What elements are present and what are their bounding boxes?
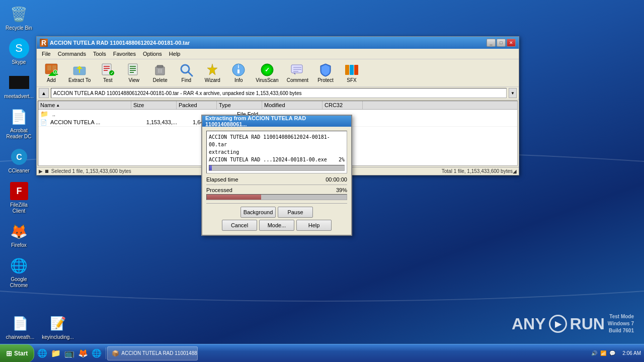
taskbar: ⊞ Start 🌐 📁 📺 🦊 🌐 📦 ACCION TUTELA RAD 11… [0,344,644,362]
background-button[interactable]: Background [240,207,276,218]
help-button[interactable]: Help [296,220,332,231]
taskbar-clock[interactable]: 2:06 AM [619,349,644,358]
desktop-icon-chrome[interactable]: 🌐 Google Chrome [3,254,35,290]
dialog-titlebar: Extracting from ACCION TUTELA RAD 110014… [202,116,351,127]
menu-help[interactable]: Help [166,50,184,58]
column-header-modified[interactable]: Modified [262,101,323,109]
file-list-header: Name ▲ Size Packed Type Modified CRC32 [38,101,517,110]
folder-up-icon: 📁 [40,110,48,118]
close-button[interactable]: ✕ [507,39,516,47]
menu-commands[interactable]: Commands [55,50,89,58]
toolbar-protect-button[interactable]: Protect [313,61,338,85]
desktop-icon-meetadvert[interactable]: meetadvert... [3,71,35,101]
acrobat-icon: 📄 [9,107,29,127]
toolbar-wizard-button[interactable]: Wizard [200,61,225,85]
virusscan-icon: ✓ [260,63,274,77]
filezilla-icon: F [9,181,29,201]
dialog-buttons-row2: Cancel Mode... Help [206,220,347,231]
desktop-icon-acrobat[interactable]: 📄 Acrobat Reader DC [3,105,35,141]
explorer-taskbar-icon[interactable]: 📁 [50,347,62,359]
mediaplayer-taskbar-icon[interactable]: 📺 [63,347,75,359]
svg-rect-46 [350,65,354,75]
svg-marker-33 [207,64,217,75]
anyrun-play-icon: ▶ [549,315,567,333]
firefox-taskbar-icon[interactable]: 🦊 [77,347,89,359]
column-header-name[interactable]: Name ▲ [38,101,131,109]
parent-folder-name: .. [50,111,143,118]
column-header-packed[interactable]: Packed [177,101,217,109]
toolbar-view-button[interactable]: View [121,61,146,85]
address-dropdown-button[interactable]: ▼ [509,88,517,98]
toolbar-extract-button[interactable]: Extract To [65,61,94,85]
toolbar-delete-button[interactable]: Delete [147,61,173,85]
cancel-button[interactable]: Cancel [222,220,257,231]
menu-favorites[interactable]: Favorites [110,50,139,58]
maximize-button[interactable]: □ [497,39,506,47]
menu-bar: File Commands Tools Favorites Options He… [37,49,519,59]
desktop-icon-filezilla[interactable]: F FileZilla Client [3,179,35,216]
column-header-type[interactable]: Type [217,101,262,109]
parent-folder-size [145,114,191,115]
toolbar-sfx-button[interactable]: SFX [339,61,364,85]
column-header-crc[interactable]: CRC32 [323,101,363,109]
svg-point-32 [183,66,188,71]
desktop-icon-label-meetadvert: meetadvert... [4,94,33,100]
toolbar-test-button[interactable]: ✓ Test [95,61,120,85]
toolbar-add-button[interactable]: + Add [39,61,64,85]
desktop-icon-label-keyincluding: keyincluding... [42,334,73,340]
anyrun-caption1: Test Mode [608,313,634,320]
menu-tools[interactable]: Tools [90,50,109,58]
toolbar-comment-label: Comment [287,77,308,83]
column-header-size[interactable]: Size [131,101,177,109]
test-icon: ✓ [101,63,115,77]
start-button[interactable]: ⊞ Start [0,344,34,363]
toolbar-find-button[interactable]: Find [174,61,199,85]
address-back-button[interactable]: ▲ [39,88,49,98]
toolbar-virusscan-button[interactable]: ✓ VirusScan [252,61,282,85]
address-input[interactable]: ACCION TUTELA RAD 110014880612024-00181-… [51,88,507,98]
desktop-icon-recycle-bin[interactable]: 🗑️ Recycle Bin [3,3,35,33]
desktop-icon-firefox[interactable]: 🦊 Firefox [3,220,35,250]
toolbar-info-button[interactable]: i Info [226,61,251,85]
dialog-processed-section: Processed 39% [206,187,347,200]
toolbar-delete-label: Delete [153,77,168,83]
dialog-total-progress-fill [207,195,261,200]
meetadvert-icon [9,72,29,93]
tray-notify-icon[interactable]: 💬 [609,350,615,356]
svg-text:✓: ✓ [110,71,114,75]
desktop-icon-label-firefox: Firefox [11,242,27,248]
extract-icon [72,63,87,77]
taskbar-items: 🌐 📁 📺 🦊 🌐 📦 ACCION TUTELA RAD 110014880.… [34,344,587,362]
dialog-current-file-row: ACCION TUTELA RAD ...12024-00181-00.exe … [209,156,345,163]
desktop-icon-skype[interactable]: S Skype [3,37,35,67]
desktop-icon-chairweath[interactable]: 📄 chairweath... [3,312,38,342]
tray-network-icon[interactable]: 📶 [600,350,606,356]
desktop-icon-keyincluding[interactable]: 📝 keyincluding... [40,312,75,342]
extract-dialog: Extracting from ACCION TUTELA RAD 110014… [201,115,352,236]
window-titlebar: R ACCION TUTELA RAD 110014880612024-0018… [37,37,519,49]
mode-button[interactable]: Mode... [259,220,294,231]
anyrun-caption2: Windows 7 [608,320,634,327]
svg-text:C: C [16,153,22,161]
dialog-buttons-row1: Background Pause [206,207,347,218]
menu-file[interactable]: File [39,50,54,58]
desktop-icon-area: 🗑️ Recycle Bin S Skype meetadvert... 📄 A… [3,0,35,290]
tray-sound-icon[interactable]: 🔊 [591,350,597,356]
dialog-separator-2 [206,203,347,204]
toolbar-protect-label: Protect [317,77,334,83]
svg-rect-26 [157,65,163,67]
minimize-button[interactable]: _ [487,39,496,47]
dialog-processed-label: Processed [206,187,232,193]
ie-taskbar-icon[interactable]: 🌐 [36,347,48,359]
info-icon: i [231,63,246,77]
dialog-title-text: Extracting from ACCION TUTELA RAD 110014… [205,115,348,127]
desktop-icon-ccleaner[interactable]: C CCleaner [3,145,35,175]
chrome-taskbar-icon[interactable]: 🌐 [91,347,103,359]
toolbar-sfx-label: SFX [347,77,356,83]
toolbar-comment-button[interactable]: Comment [283,61,312,85]
menu-options[interactable]: Options [140,50,165,58]
toolbar-info-label: Info [234,77,243,83]
pause-button[interactable]: Pause [278,207,313,218]
rar-taskbar-item[interactable]: 📦 ACCION TUTELA RAD 110014880... [107,346,198,360]
dialog-total-progress-bar [206,194,347,200]
